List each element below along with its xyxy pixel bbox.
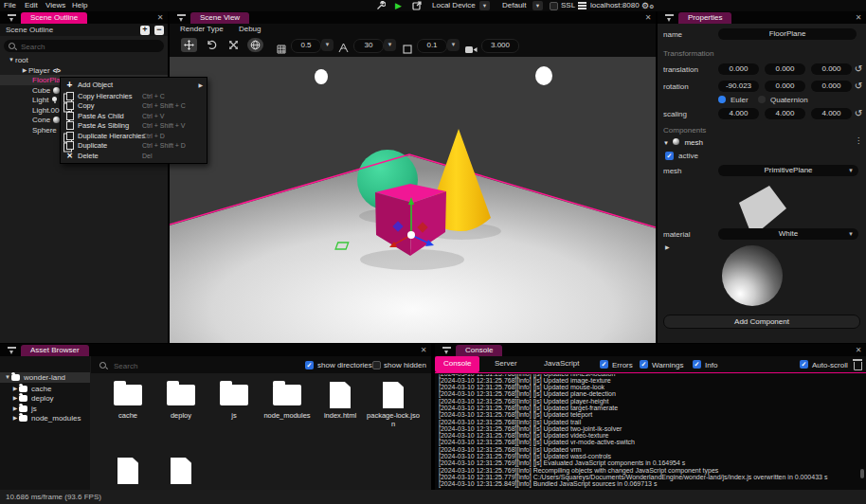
panel-menu-icon[interactable]: [177, 14, 186, 22]
collapsed-arrow-icon[interactable]: ▶: [11, 393, 19, 404]
config-dropdown-caret[interactable]: ▼: [532, 1, 543, 10]
panel-menu-icon[interactable]: [665, 14, 674, 22]
translation-y-input[interactable]: 0.000: [765, 63, 805, 75]
context-delete[interactable]: ✕ Delete Del: [61, 151, 207, 161]
component-options-icon[interactable]: ⋮: [855, 136, 862, 145]
info-checkbox[interactable]: ✓: [693, 360, 701, 369]
tab-scene-outline[interactable]: Scene Outline: [21, 12, 87, 24]
expand-all-button[interactable]: +: [140, 26, 150, 35]
quaternion-radio[interactable]: [758, 96, 766, 103]
close-icon[interactable]: ✕: [418, 344, 429, 356]
tree-item-node-modules[interactable]: ▶ node_modules: [0, 413, 90, 423]
context-copy-hierarchies[interactable]: Copy Hierarchies Ctrl + C: [61, 91, 207, 101]
mesh-select[interactable]: PrimitivePlane ▼: [718, 165, 858, 176]
global-local-space-button[interactable]: [247, 38, 263, 52]
close-icon[interactable]: ✕: [853, 11, 864, 24]
menu-help[interactable]: Help: [72, 0, 87, 11]
play-button[interactable]: ▶: [395, 0, 402, 11]
translation-z-input[interactable]: 0.000: [811, 63, 852, 75]
ssl-checkbox[interactable]: [550, 2, 558, 10]
scaling-x-input[interactable]: 4.000: [718, 108, 759, 119]
collapsed-arrow-icon[interactable]: ▶: [11, 413, 19, 423]
collapsed-arrow-icon[interactable]: ▶: [11, 384, 19, 394]
scaling-y-input[interactable]: 4.000: [765, 108, 805, 119]
material-select[interactable]: White ▼: [718, 228, 858, 240]
asset-item-file[interactable]: [101, 458, 154, 484]
rotation-z-input[interactable]: 0.000: [811, 81, 852, 92]
tree-item-deploy[interactable]: ▶ deploy: [0, 393, 90, 404]
menu-file[interactable]: File: [4, 0, 16, 11]
expanded-arrow-icon[interactable]: ▼: [663, 140, 669, 146]
warnings-checkbox[interactable]: ✓: [640, 360, 648, 369]
tab-asset-browser[interactable]: Asset Browser: [21, 345, 89, 356]
name-input[interactable]: FloorPlane: [718, 28, 857, 40]
reset-rotation-button[interactable]: ↺: [853, 81, 864, 92]
debug-menu[interactable]: Debug: [239, 25, 262, 33]
expanded-arrow-icon[interactable]: ▼: [4, 372, 11, 383]
asset-item-node-modules[interactable]: node_modules: [261, 385, 314, 421]
rotate-tool-button[interactable]: [204, 38, 220, 52]
subtab-console[interactable]: Console: [435, 356, 479, 372]
close-icon[interactable]: ✕: [853, 344, 864, 356]
close-icon[interactable]: ✕: [154, 11, 166, 24]
subtab-server[interactable]: Server: [486, 356, 526, 372]
mesh-component-header[interactable]: ▼ mesh: [663, 138, 703, 147]
asset-item-deploy[interactable]: deploy: [154, 385, 207, 421]
tree-item-root[interactable]: ▼ root: [0, 55, 168, 65]
context-copy[interactable]: Copy Ctrl + Shift + C: [61, 101, 207, 112]
config-dropdown[interactable]: Default: [502, 0, 526, 11]
asset-search-input[interactable]: [112, 356, 286, 375]
show-hidden-checkbox[interactable]: [372, 361, 381, 369]
euler-radio[interactable]: [718, 96, 726, 103]
asset-item-cache[interactable]: cache: [101, 385, 154, 421]
tab-scene-view[interactable]: Scene View: [190, 12, 249, 24]
translation-snap-field[interactable]: 0.5: [291, 39, 321, 53]
tree-item-wonder-land[interactable]: ▼ wonder-land: [0, 372, 90, 383]
tab-console[interactable]: Console: [456, 345, 502, 356]
material-expand-arrow[interactable]: ▶: [665, 243, 670, 250]
add-component-button[interactable]: Add Component: [663, 315, 860, 329]
asset-item-index-html[interactable]: index.html: [314, 382, 367, 421]
asset-item-file[interactable]: [154, 458, 207, 484]
expanded-arrow-icon[interactable]: ▼: [8, 55, 15, 65]
menu-views[interactable]: Views: [45, 0, 65, 11]
collapse-all-button[interactable]: −: [154, 26, 164, 35]
settings-gears-icon[interactable]: ⚙⚙: [641, 0, 654, 11]
rotation-snap-field[interactable]: 30: [353, 39, 384, 53]
tree-item-player[interactable]: ▶ Player </>: [0, 65, 168, 76]
console-log-area[interactable]: [2024-03-10 12:31:25.768][info] [js] Upd…: [435, 374, 866, 491]
show-directories-checkbox[interactable]: ✓: [305, 361, 314, 369]
host-address[interactable]: localhost:8080: [590, 0, 640, 11]
rotation-snap-caret[interactable]: ▼: [384, 39, 396, 51]
search-input[interactable]: [19, 40, 160, 54]
tree-item-cache[interactable]: ▶ cache: [0, 384, 90, 394]
menu-edit[interactable]: Edit: [25, 0, 38, 11]
panel-menu-icon[interactable]: [8, 14, 16, 22]
scale-tool-button[interactable]: [226, 38, 242, 52]
asset-item-js[interactable]: js: [207, 385, 261, 421]
tree-item-js[interactable]: ▶ js: [0, 404, 90, 414]
translate-tool-button[interactable]: [181, 38, 197, 52]
clear-console-trash-icon[interactable]: [854, 362, 862, 370]
context-paste-as-child[interactable]: Paste As Child Ctrl + V: [61, 111, 207, 121]
active-checkbox[interactable]: ✓: [665, 152, 674, 160]
reset-translation-button[interactable]: ↺: [853, 63, 864, 75]
camera-speed-field[interactable]: 3.000: [481, 39, 519, 53]
reset-scaling-button[interactable]: ↺: [853, 108, 864, 119]
panel-menu-icon[interactable]: [442, 347, 451, 354]
scaling-z-input[interactable]: 4.000: [811, 108, 852, 119]
collapsed-arrow-icon[interactable]: ▶: [11, 404, 19, 414]
viewport-3d-scene[interactable]: [170, 57, 656, 343]
context-duplicate-hierarchies[interactable]: Duplicate Hierarchies Ctrl + D: [61, 131, 207, 141]
autoscroll-checkbox[interactable]: ✓: [800, 360, 808, 369]
translation-snap-caret[interactable]: ▼: [321, 39, 334, 51]
rotation-y-input[interactable]: 0.000: [765, 81, 805, 92]
asset-item-package-lock[interactable]: package-lock.json: [367, 382, 420, 428]
tab-properties[interactable]: Properties: [678, 12, 731, 24]
device-dropdown-caret[interactable]: ▼: [479, 1, 490, 10]
errors-checkbox[interactable]: ✓: [600, 360, 608, 369]
render-type-menu[interactable]: Render Type: [180, 25, 224, 33]
context-paste-as-sibling[interactable]: Paste As Sibling Ctrl + Shift + V: [61, 121, 207, 132]
console-scrollbar[interactable]: [860, 469, 864, 478]
rotation-x-input[interactable]: -90.023: [718, 81, 759, 92]
